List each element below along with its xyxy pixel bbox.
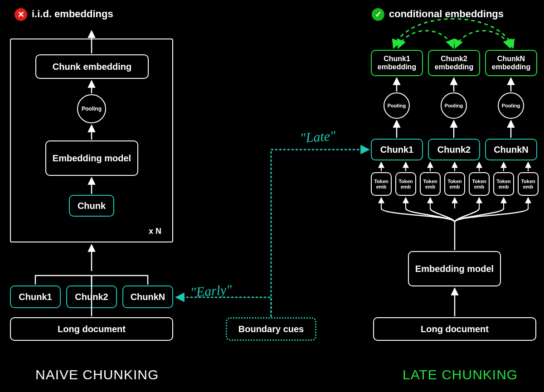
right-output3-box: ChunkN embedding — [485, 50, 537, 76]
token-emb-2: Token emb — [395, 172, 416, 196]
right-chunk1-box: Chunk1 — [371, 139, 423, 160]
left-chunkn-box: ChunkN — [122, 286, 173, 308]
early-label: "Early" — [190, 282, 233, 300]
right-chunk2-box: Chunk2 — [428, 139, 480, 160]
left-chunk2-box: Chunk2 — [66, 286, 117, 308]
left-caption: NAIVE CHUNKING — [35, 367, 159, 382]
right-output2-box: Chunk2 embedding — [428, 50, 480, 76]
right-pooling3-circle: Pooling — [498, 92, 524, 119]
token-emb-7: Token emb — [518, 172, 539, 196]
left-long-document-box: Long document — [10, 317, 173, 341]
right-output1-box: Chunk1 embedding — [371, 50, 423, 76]
left-header: i.i.d. embeddings — [32, 8, 113, 20]
left-pooling-circle: Pooling — [77, 94, 106, 123]
left-chunk1-box: Chunk1 — [10, 286, 61, 308]
check-badge-icon: ✓ — [372, 8, 384, 21]
right-long-document-box: Long document — [373, 317, 536, 341]
right-pooling1-circle: Pooling — [384, 92, 410, 119]
token-emb-4: Token emb — [444, 172, 465, 196]
late-label: "Late" — [300, 128, 336, 145]
left-chunk-embedding-box: Chunk embedding — [35, 54, 149, 79]
boundary-cues-box: Boundary cues — [226, 317, 316, 341]
right-chunkn-box: ChunkN — [485, 139, 537, 160]
left-xn-label: x N — [149, 227, 161, 236]
token-emb-5: Token emb — [469, 172, 490, 196]
x-badge-icon: ✕ — [15, 8, 27, 21]
right-caption: LATE CHUNKING — [403, 367, 518, 382]
token-emb-1: Token emb — [371, 172, 392, 196]
token-emb-6: Token emb — [493, 172, 514, 196]
right-embedding-model-box: Embedding model — [408, 251, 501, 286]
right-pooling2-circle: Pooling — [441, 92, 467, 119]
token-emb-3: Token emb — [420, 172, 441, 196]
left-embedding-model-box: Embedding model — [45, 140, 138, 176]
left-chunk-box: Chunk — [69, 195, 114, 217]
right-header: conditional embeddings — [389, 8, 504, 20]
